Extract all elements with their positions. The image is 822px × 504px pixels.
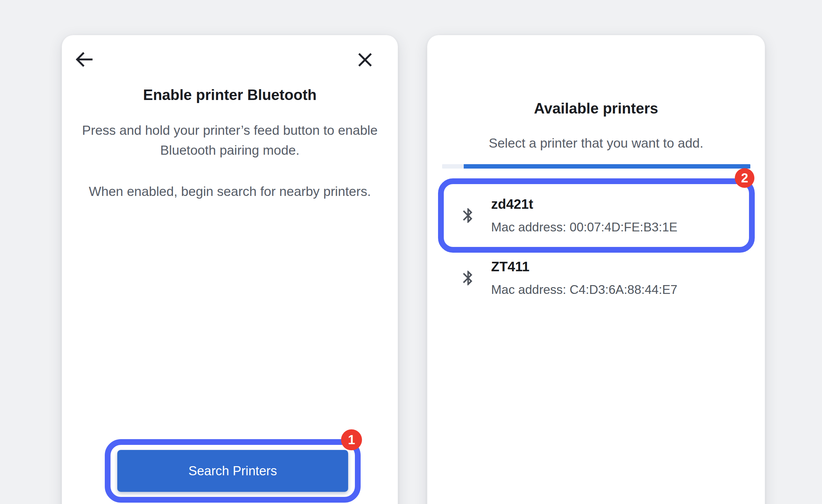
- progress-fill: [464, 164, 750, 169]
- printer-mac-address: Mac address: C4:D3:6A:88:44:E7: [491, 282, 677, 298]
- highlight-outline-step1: Search Printers: [105, 439, 361, 503]
- printer-item-zd421t[interactable]: zd421t Mac address: 00:07:4D:FE:B3:1E: [444, 184, 748, 247]
- printer-mac-address: Mac address: 00:07:4D:FE:B3:1E: [491, 220, 677, 235]
- subtitle-text: Select a printer that you want to add.: [427, 135, 765, 151]
- page-title: Available printers: [427, 99, 765, 118]
- bluetooth-icon: [459, 207, 477, 224]
- printer-item-zt411[interactable]: ZT411 Mac address: C4:D3:6A:88:44:E7: [444, 246, 748, 310]
- step-badge-1: 1: [341, 429, 362, 450]
- printer-name: ZT411: [491, 258, 677, 275]
- printer-setup-tutorial: Enable printer Bluetooth Press and hold …: [0, 0, 822, 504]
- step-badge-2: 2: [735, 168, 754, 188]
- printer-name: zd421t: [491, 196, 677, 212]
- search-printers-button[interactable]: Search Printers: [117, 450, 348, 492]
- instruction-text-2: When enabled, begin search for nearby pr…: [62, 181, 398, 201]
- page-title: Enable printer Bluetooth: [62, 86, 398, 104]
- progress-bar: [442, 164, 750, 169]
- back-button[interactable]: [75, 50, 94, 69]
- back-arrow-icon: [75, 65, 94, 70]
- available-printers-screen: Available printers Select a printer that…: [427, 35, 765, 504]
- enable-bluetooth-screen: Enable printer Bluetooth Press and hold …: [62, 35, 398, 504]
- close-button[interactable]: [358, 53, 372, 67]
- bluetooth-icon: [459, 269, 477, 287]
- instruction-text-1: Press and hold your printer’s feed butto…: [78, 120, 382, 160]
- close-x-icon: [358, 63, 372, 68]
